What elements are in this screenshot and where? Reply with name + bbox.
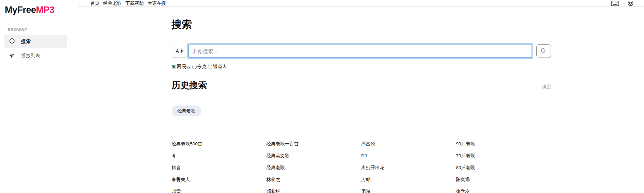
hot-search-item[interactable]: 经典老歌一百首 — [266, 138, 361, 150]
search-button[interactable] — [536, 44, 551, 58]
source-option-channel2[interactable]: 通道② — [208, 64, 227, 70]
magnifier-icon — [540, 48, 547, 55]
sidebar-item-search[interactable]: 搜索 — [4, 35, 67, 48]
hot-search-item[interactable]: 张学友 — [456, 186, 551, 193]
hot-search-item[interactable]: 离别开出花 — [361, 162, 456, 174]
search-input[interactable] — [188, 45, 532, 58]
hot-search-item[interactable]: 80后老歌 — [456, 162, 551, 174]
source-option-quark[interactable]: 夸克 — [192, 64, 207, 70]
sidebar-item-label: 播放列表 — [21, 53, 40, 59]
nav-link-home[interactable]: 首页 — [90, 0, 99, 6]
nav-link-classic-songs[interactable]: 经典老歌 — [103, 0, 122, 6]
hot-search-item[interactable]: 周杰伦 — [361, 138, 456, 150]
playlist-icon — [9, 52, 16, 60]
hot-search-item[interactable]: 刀郎 — [361, 174, 456, 186]
app-logo[interactable]: MyFreeMP3 — [0, 0, 78, 15]
page-title: 搜索 — [172, 18, 551, 32]
radio-icon[interactable] — [208, 65, 212, 69]
source-option-netease[interactable]: 网易云 — [172, 64, 191, 70]
history-tags: 经典老歌 — [172, 106, 551, 116]
hot-search-item[interactable]: DJ — [361, 150, 456, 162]
sidebar-item-label: 搜索 — [21, 38, 31, 45]
nav-link-download-help[interactable]: 下载帮助 — [125, 0, 144, 6]
main-area: 首页 经典老歌 下载帮助 大家在搜 — [78, 0, 644, 193]
logo-suffix: MP3 — [36, 5, 55, 15]
source-label: 网易云 — [177, 64, 191, 70]
hot-search-item[interactable]: 经典英文歌 — [266, 150, 361, 162]
history-tag[interactable]: 经典老歌 — [172, 106, 201, 116]
radio-selected-icon[interactable] — [172, 65, 176, 69]
engine-select-value: A — [176, 48, 179, 54]
search-bar: A — [172, 44, 551, 58]
hot-search-item[interactable]: 奢香夫人 — [172, 174, 266, 186]
radio-icon[interactable] — [192, 65, 197, 69]
hot-search-item[interactable]: 抖音 — [172, 162, 266, 174]
engine-select[interactable]: A — [172, 45, 187, 58]
app-window: MyFreeMP3 BROWSE 搜索 播放列表 — [0, 0, 644, 193]
top-navigation-bar: 首页 经典老歌 下载帮助 大家在搜 — [78, 0, 644, 7]
hot-search-item[interactable]: 林俊杰 — [266, 174, 361, 186]
source-label: 夸克 — [197, 64, 207, 70]
source-options: 网易云 夸克 通道② — [172, 64, 551, 70]
logo-prefix: MyFree — [5, 5, 36, 15]
keyboard-icon[interactable] — [611, 1, 619, 6]
hot-search-item[interactable]: 70后老歌 — [456, 150, 551, 162]
content-column: 搜索 A 网易云 — [172, 7, 551, 193]
hot-search-item[interactable]: 邓紫棋 — [266, 186, 361, 193]
hot-search-item[interactable]: 经典老歌 — [266, 162, 361, 174]
search-icon — [9, 38, 16, 46]
hot-search-item[interactable]: 周深 — [361, 186, 456, 193]
history-title: 历史搜索 — [172, 79, 207, 91]
select-arrows-icon — [181, 49, 183, 53]
sidebar-section-label: BROWSE — [7, 28, 78, 32]
source-label: 通道② — [213, 64, 227, 70]
sidebar: MyFreeMP3 BROWSE 搜索 播放列表 — [0, 0, 78, 193]
hot-search-item[interactable]: dj — [172, 150, 266, 162]
top-nav-links: 首页 经典老歌 下载帮助 大家在搜 — [90, 0, 166, 6]
hot-search-item[interactable]: 赵雷 — [172, 186, 266, 193]
hot-search-item[interactable]: 90后老歌 — [456, 138, 551, 150]
clear-history-button[interactable]: 清空 — [542, 84, 551, 91]
hot-search-item[interactable]: 经典老歌500首 — [172, 138, 266, 150]
sidebar-item-playlist[interactable]: 播放列表 — [4, 49, 67, 62]
nav-link-trending[interactable]: 大家在搜 — [148, 0, 166, 6]
hot-searches-grid: 经典老歌500首 经典老歌一百首 周杰伦 90后老歌 dj 经典英文歌 DJ 7… — [172, 138, 551, 193]
hot-search-item[interactable]: 陈奕迅 — [456, 174, 551, 186]
gear-icon[interactable] — [627, 0, 634, 6]
history-header: 历史搜索 清空 — [172, 79, 551, 91]
